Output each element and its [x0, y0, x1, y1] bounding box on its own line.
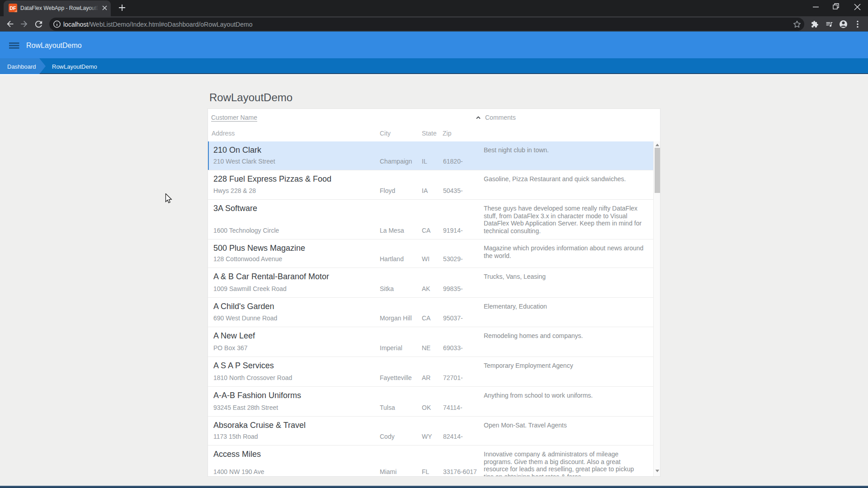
- svg-text:DF: DF: [9, 5, 16, 11]
